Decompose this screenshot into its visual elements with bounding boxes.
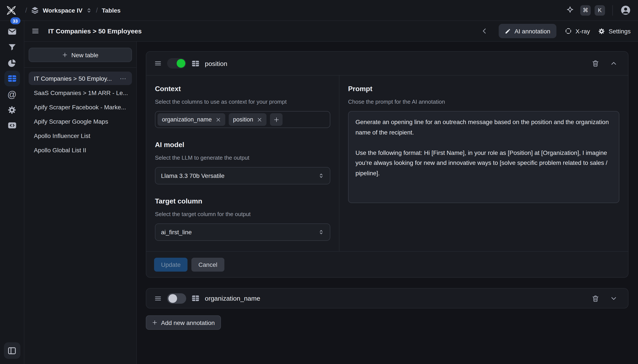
header-actions: AI annotation X-ray: [478, 24, 630, 38]
annotation-card-actions: [591, 294, 617, 302]
prompt-column: Prompt Chose the prompt for the AI annot…: [339, 76, 628, 251]
ai-annotation-label: AI annotation: [514, 28, 550, 34]
collapse-chevron-up-icon[interactable]: [610, 60, 617, 67]
ai-model-value: Llama 3.3 70b Versatile: [161, 172, 225, 179]
chevron-left-icon[interactable]: [478, 25, 491, 37]
plus-icon: [152, 320, 158, 326]
sidebar-toggle-button[interactable]: [4, 342, 20, 359]
remove-chip-icon[interactable]: [216, 117, 221, 122]
pencil-icon: [505, 28, 511, 34]
command-key-badge: ⌘: [580, 5, 591, 16]
workspace-name: Workspace IV: [43, 7, 83, 14]
annotation-name: position: [205, 60, 227, 67]
breadcrumb-separator: /: [92, 6, 102, 14]
cancel-button[interactable]: Cancel: [191, 258, 224, 271]
table-list: IT Companies > 50 Employ... ⋯ SaaS Compa…: [24, 68, 136, 160]
topbar-right: ⌘ K: [565, 5, 631, 16]
context-chip: position: [229, 113, 267, 126]
annotation-panel: position: [137, 42, 638, 364]
rail-item-mentions[interactable]: @: [4, 86, 20, 102]
more-menu-icon[interactable]: ⋯: [120, 75, 127, 82]
app-window: / Workspace IV / Tables: [0, 0, 638, 364]
inbox-count-badge: 33: [10, 17, 20, 24]
rail-item-analytics[interactable]: [4, 55, 20, 71]
workspace-selector[interactable]: Workspace IV: [31, 6, 92, 14]
expand-chevron-down-icon[interactable]: [610, 294, 617, 302]
page-title: IT Companies > 50 Employees: [48, 27, 142, 35]
rail-item-settings[interactable]: [4, 102, 20, 118]
column-icon: [191, 59, 200, 68]
remove-chip-icon[interactable]: [257, 117, 262, 122]
target-column-heading: Target column: [155, 198, 330, 205]
app-logo-icon[interactable]: [6, 4, 17, 16]
ai-model-heading: AI model: [155, 141, 330, 149]
rail-item-tables[interactable]: [4, 71, 20, 86]
ai-model-subheading: Select the LLM to generate the output: [155, 154, 330, 161]
table-list-item[interactable]: Apify Scraper Google Maps: [29, 114, 132, 128]
annotation-enabled-toggle[interactable]: [167, 293, 186, 304]
table-list-item[interactable]: SaaS Companies > 1M ARR - Le...: [29, 86, 132, 99]
breadcrumb-tables[interactable]: Tables: [102, 7, 121, 14]
trash-icon[interactable]: [591, 60, 599, 67]
table-item-label: Apollo Global List II: [34, 146, 86, 153]
context-section: Context Select the columns to use as con…: [155, 85, 330, 128]
new-table-button[interactable]: New table: [29, 48, 132, 62]
rail-item-inbox[interactable]: 33: [4, 24, 20, 40]
prompt-section: Prompt Chose the prompt for the AI annot…: [348, 85, 619, 203]
table-list-item[interactable]: Apollo Global List II: [29, 143, 132, 156]
add-context-column-button[interactable]: [270, 113, 283, 126]
rail-item-filters[interactable]: [4, 40, 20, 55]
add-annotation-button[interactable]: Add new annotation: [146, 316, 221, 330]
ai-annotation-button[interactable]: AI annotation: [499, 24, 556, 38]
annotation-name: organization_name: [205, 294, 260, 302]
column-icon: [191, 294, 200, 302]
user-avatar-icon[interactable]: [620, 5, 631, 16]
rail-item-api[interactable]: [4, 118, 20, 133]
ai-model-section: AI model Select the LLM to generate the …: [155, 141, 330, 184]
context-chip: organization_name: [158, 113, 225, 126]
annotation-card-header: position: [146, 52, 628, 75]
drag-handle-icon[interactable]: [154, 294, 162, 302]
prompt-heading: Prompt: [348, 85, 619, 93]
prompt-subheading: Chose the prompt for the AI annotation: [348, 98, 619, 105]
chevron-updown-icon: [86, 7, 92, 13]
table-list-item[interactable]: Apify Scraper Facebook - Marke...: [29, 100, 132, 114]
code-icon: [7, 120, 17, 130]
topbar-divider: [612, 5, 613, 16]
xray-label: X-ray: [575, 28, 590, 34]
prompt-textarea[interactable]: Generate an opening line for an outreach…: [348, 111, 619, 203]
annotation-card-body: Context Select the columns to use as con…: [146, 75, 628, 251]
table-list-item[interactable]: IT Companies > 50 Employ... ⋯: [29, 72, 132, 85]
at-sign-icon: @: [8, 90, 17, 99]
settings-label: Settings: [609, 28, 630, 34]
annotation-config-column: Context Select the columns to use as con…: [146, 76, 339, 251]
toggle-knob: [168, 294, 177, 302]
annotation-card-actions: [591, 60, 617, 67]
annotation-enabled-toggle[interactable]: [167, 58, 186, 68]
gear-icon: [598, 28, 605, 34]
context-chip-label: organization_name: [162, 116, 212, 123]
pie-chart-icon: [8, 58, 17, 68]
settings-button[interactable]: Settings: [598, 28, 630, 34]
top-bar: / Workspace IV / Tables: [0, 0, 638, 21]
table-item-label: Apify Scraper Google Maps: [34, 118, 108, 125]
ai-model-select[interactable]: Llama 3.3 70b Versatile: [155, 167, 330, 184]
update-button[interactable]: Update: [154, 258, 188, 271]
mail-icon: [7, 27, 17, 36]
menu-button[interactable]: [29, 25, 41, 37]
sparkle-icon[interactable]: [565, 6, 575, 15]
page-header: IT Companies > 50 Employees: [24, 21, 638, 42]
app-shell: 33: [0, 21, 638, 364]
xray-button[interactable]: X-ray: [565, 27, 590, 35]
layers-icon: [31, 6, 39, 14]
context-subheading: Select the columns to use as context for…: [155, 98, 330, 105]
table-list-item[interactable]: Apollo Influencer List: [29, 129, 132, 142]
tables-sidebar: New table IT Companies > 50 Employ... ⋯ …: [24, 42, 137, 364]
trash-icon[interactable]: [591, 294, 599, 302]
drag-handle-icon[interactable]: [154, 60, 162, 67]
annotation-card-position: position: [146, 51, 628, 278]
context-columns-input[interactable]: organization_name: [155, 111, 330, 128]
target-column-value: ai_first_line: [161, 229, 192, 236]
target-column-select[interactable]: ai_first_line: [155, 224, 330, 241]
new-table-section: New table: [24, 42, 136, 68]
